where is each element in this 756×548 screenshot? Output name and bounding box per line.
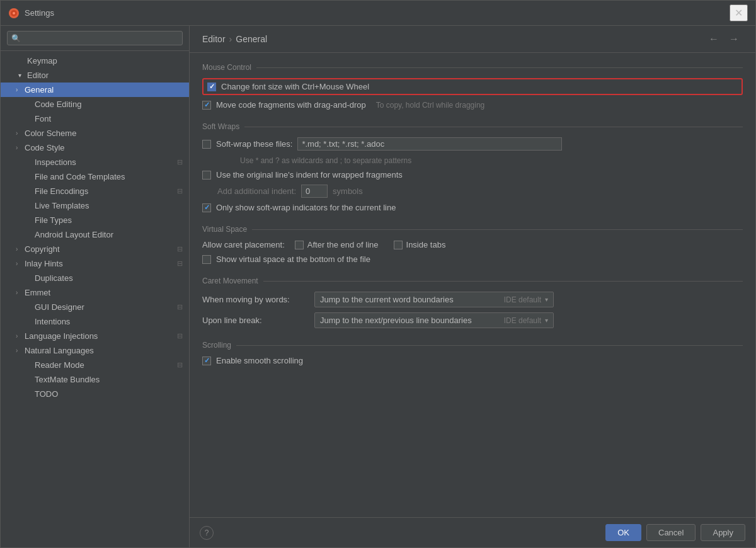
sidebar-item-android-layout-editor[interactable]: Android Layout Editor [1,227,189,242]
sidebar-item-file-types[interactable]: File Types [1,213,189,227]
after-end-checkbox[interactable] [295,241,304,249]
allow-caret-label: Allow caret placement: [202,240,285,249]
show-virtual-label: Show virtual space at the bottom of the … [216,254,370,264]
change-font-label: Change font size with Ctrl+Mouse Wheel [221,82,369,91]
move-code-label: Move code fragments with drag-and-drop [216,100,366,110]
only-show-checkbox[interactable] [202,203,211,212]
nav-buttons: ← → [705,32,743,46]
sidebar-tree: Keymap ▾ Editor › General Code Editing [1,51,189,547]
arrow-icon: › [16,347,25,354]
apply-button[interactable]: Apply [701,524,745,541]
close-button[interactable]: ✕ [730,4,748,21]
sidebar-item-editor[interactable]: ▾ Editor [1,68,189,83]
sidebar-item-language-injections[interactable]: › Language Injections ⊟ [1,329,189,343]
sidebar-item-label: Code Editing [35,100,183,109]
moving-dropdown-hint: IDE default [504,295,541,304]
help-button[interactable]: ? [200,526,214,540]
moving-by-words-label: When moving by words: [202,295,309,304]
title-bar: Settings ✕ [1,1,755,26]
mouse-control-section: Mouse Control Change font size with Ctrl… [202,63,743,110]
forward-button[interactable]: → [725,32,743,46]
breadcrumb-parent: Editor [202,34,226,44]
line-break-dropdown[interactable]: Jump to the next/previous line boundarie… [314,312,554,328]
sidebar-item-label: Live Templates [35,201,183,210]
sidebar-item-label: Duplicates [35,273,183,283]
sidebar-item-intentions[interactable]: Intentions [1,314,189,329]
caret-movement-title: Caret Movement [202,277,743,285]
move-code-hint: To copy, hold Ctrl while dragging [376,101,485,110]
soft-wrap-hint-row: Use * and ? as wildcards and ; to separa… [202,156,743,165]
sidebar-item-label: General [25,85,183,94]
allow-caret-row: Allow caret placement: After the end of … [202,240,743,249]
back-button[interactable]: ← [705,32,723,46]
mouse-control-title: Mouse Control [202,63,743,72]
move-code-row: Move code fragments with drag-and-drop T… [202,100,743,110]
sidebar-item-label: Language Injections [25,331,177,341]
add-indent-row: Add additional indent: symbols [202,185,743,198]
sidebar-item-natural-languages[interactable]: › Natural Languages [1,343,189,358]
smooth-scroll-row: Enable smooth scrolling [202,356,743,365]
sidebar-item-inspections[interactable]: Inspections ⊟ [1,155,189,169]
moving-by-words-row: When moving by words: Jump to the curren… [202,292,743,307]
original-indent-checkbox[interactable] [202,171,211,180]
sidebar-item-label: File Types [35,215,183,225]
footer-left: ? [200,526,214,540]
sidebar-item-label: File Encodings [35,186,177,196]
ok-button[interactable]: OK [605,524,641,541]
sidebar-item-duplicates[interactable]: Duplicates [1,271,189,285]
sidebar-item-label: Keymap [27,56,183,66]
only-show-label: Only show soft-wrap indicators for the c… [216,203,396,212]
line-break-row: Upon line break: Jump to the next/previo… [202,312,743,328]
add-indent-input[interactable] [301,185,328,198]
sidebar-item-file-encodings[interactable]: File Encodings ⊟ [1,184,189,198]
sidebar: 🔍 Keymap ▾ Editor › General [1,26,190,547]
settings-icon: ⊟ [177,187,183,195]
show-virtual-checkbox[interactable] [202,255,211,264]
sidebar-item-general[interactable]: › General [1,83,189,97]
sidebar-item-textmate-bundles[interactable]: TextMate Bundles [1,372,189,387]
sidebar-item-label: Color Scheme [25,128,183,138]
cancel-button[interactable]: Cancel [646,524,696,541]
sidebar-item-label: Android Layout Editor [35,230,183,239]
soft-wrap-checkbox[interactable] [202,140,211,149]
after-end-wrap: After the end of line [295,240,379,249]
sidebar-item-label: Inlay Hints [25,259,177,268]
arrow-icon: ▾ [18,72,27,79]
sidebar-item-reader-mode[interactable]: Reader Mode ⊟ [1,358,189,372]
virtual-space-title: Virtual Space [202,225,743,234]
sidebar-item-label: Intentions [35,317,183,326]
search-wrap[interactable]: 🔍 [7,31,183,45]
sidebar-item-font[interactable]: Font [1,111,189,126]
inside-tabs-checkbox[interactable] [394,241,403,249]
move-code-checkbox[interactable] [202,101,211,110]
sidebar-item-code-editing[interactable]: Code Editing [1,97,189,111]
svg-point-2 [13,12,15,14]
soft-wrap-input[interactable] [297,137,562,151]
sidebar-item-file-code-templates[interactable]: File and Code Templates [1,169,189,184]
sidebar-item-keymap[interactable]: Keymap [1,54,189,68]
sidebar-item-label: Reader Mode [35,360,177,370]
settings-icon: ⊟ [177,245,183,253]
moving-by-words-dropdown[interactable]: Jump to the current word boundaries IDE … [314,292,554,307]
sidebar-item-color-scheme[interactable]: › Color Scheme [1,126,189,140]
sidebar-item-code-style[interactable]: › Code Style [1,140,189,155]
sidebar-item-gui-designer[interactable]: GUI Designer ⊟ [1,300,189,314]
smooth-scroll-checkbox[interactable] [202,357,211,365]
sidebar-item-emmet[interactable]: › Emmet [1,285,189,300]
sidebar-item-label: Font [35,114,183,123]
chevron-down-icon: ▾ [545,296,548,303]
scrolling-section: Scrolling Enable smooth scrolling [202,341,743,365]
sidebar-item-inlay-hints[interactable]: › Inlay Hints ⊟ [1,256,189,271]
caret-movement-section: Caret Movement When moving by words: Jum… [202,277,743,328]
arrow-icon: › [16,86,25,93]
settings-icon: ⊟ [177,361,183,369]
sidebar-item-todo[interactable]: TODO [1,387,189,401]
search-input[interactable] [24,33,178,43]
settings-icon: ⊟ [177,260,183,268]
sidebar-item-label: Emmet [25,288,183,297]
app-icon [8,8,20,19]
content-area: Editor › General ← → Mouse Control [190,26,755,547]
sidebar-item-live-templates[interactable]: Live Templates [1,198,189,213]
change-font-checkbox[interactable] [207,83,216,91]
sidebar-item-copyright[interactable]: › Copyright ⊟ [1,242,189,256]
